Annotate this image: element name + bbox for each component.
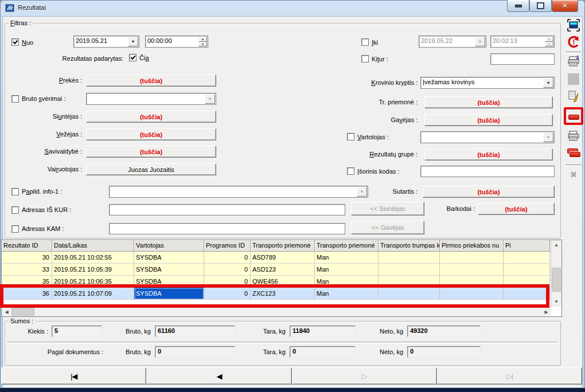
table-cell[interactable]: 0 bbox=[204, 264, 251, 276]
table-cell[interactable] bbox=[504, 264, 550, 276]
nuo-date-combo[interactable]: 2019.05.21▼ bbox=[73, 36, 139, 48]
table-cell[interactable] bbox=[379, 288, 440, 300]
copy-gavejas-button[interactable]: << Gavėjas bbox=[351, 221, 424, 234]
table-cell[interactable]: Man bbox=[315, 276, 379, 288]
column-header[interactable]: Transporto priemonė bbox=[315, 240, 379, 252]
table-cell[interactable]: 33 bbox=[2, 264, 52, 276]
nav-first-button[interactable]: |◀ bbox=[1, 367, 146, 385]
adresas-is-kur-checkbox[interactable] bbox=[11, 206, 19, 214]
table-cell[interactable]: 0 bbox=[204, 252, 251, 264]
sutartis-button[interactable]: (tuščia) bbox=[423, 186, 555, 198]
table-cell[interactable] bbox=[379, 276, 440, 288]
kitur-checkbox[interactable] bbox=[361, 55, 369, 62]
table-cell[interactable] bbox=[379, 252, 440, 264]
vairuotojas-button[interactable]: Juozas Juozaitis bbox=[86, 163, 216, 175]
edit-results-button[interactable] bbox=[566, 89, 581, 104]
table-cell[interactable]: SYSDBA bbox=[134, 276, 204, 288]
table-horizontal-scrollbar[interactable]: ◀ ▶ bbox=[2, 307, 551, 316]
bruto-sverimai-combo[interactable]: ▼ bbox=[86, 93, 216, 105]
siuntejas-button[interactable]: (tuščia) bbox=[86, 111, 216, 123]
remove-result-button[interactable] bbox=[566, 109, 581, 124]
hscroll-thumb[interactable] bbox=[11, 308, 34, 316]
table-cell[interactable]: 35 bbox=[2, 276, 52, 288]
close-button[interactable]: ✕ bbox=[552, 0, 578, 12]
nuo-checkbox[interactable] bbox=[11, 38, 19, 46]
table-cell[interactable]: 2019.05.21 10:07:09 bbox=[52, 288, 134, 300]
dropdown-arrow-icon[interactable]: ▼ bbox=[543, 78, 553, 88]
iki-checkbox[interactable] bbox=[361, 38, 369, 46]
nav-last-button[interactable]: ▷| bbox=[437, 367, 582, 385]
barkodai-button[interactable]: (tuščia) bbox=[478, 203, 555, 215]
table-cell[interactable] bbox=[379, 264, 440, 276]
table-row[interactable]: 332019.05.21 10:05:39SYSDBA0ASD123Man bbox=[2, 264, 550, 276]
blank-button[interactable] bbox=[566, 72, 581, 87]
table-row[interactable]: 302019.05.21 10:02:55SYSDBA0ASD789Man bbox=[2, 252, 550, 264]
vartotojas-checkbox[interactable] bbox=[347, 133, 354, 140]
table-row[interactable]: 352019.05.21 10:06:35SYSDBA0QWE456Man bbox=[2, 276, 550, 288]
column-header[interactable]: Transporto trumpas k bbox=[379, 240, 440, 252]
isorinis-kodas-checkbox[interactable] bbox=[347, 167, 354, 175]
adresas-kam-input[interactable] bbox=[109, 223, 345, 234]
rezultatu-grupe-button[interactable]: (tuščia) bbox=[424, 148, 553, 160]
column-header[interactable]: Pi bbox=[504, 240, 550, 252]
table-cell[interactable]: ASD789 bbox=[251, 252, 315, 264]
table-cell[interactable]: 2019.05.21 10:05:39 bbox=[52, 264, 134, 276]
nav-prior-button[interactable]: ◀ bbox=[146, 367, 291, 385]
column-header[interactable]: Programos ID bbox=[204, 240, 251, 252]
table-vertical-scrollbar[interactable]: ▲ ▼ bbox=[551, 240, 561, 307]
table-cell[interactable]: QWE456 bbox=[251, 276, 315, 288]
column-header[interactable]: Data/Laikas bbox=[52, 240, 134, 252]
table-cell[interactable]: 0 bbox=[204, 288, 251, 300]
refresh-button[interactable]: ! bbox=[566, 34, 581, 49]
prekes-button[interactable]: (tuščia) bbox=[86, 75, 216, 87]
table-cell[interactable]: Man bbox=[315, 288, 379, 300]
gavejas-button[interactable]: (tuščia) bbox=[424, 114, 553, 126]
table-cell[interactable]: ZXC123 bbox=[251, 288, 315, 300]
nuo-time-spinner[interactable]: 00:00:00▲▼ bbox=[145, 36, 208, 48]
table-cell[interactable]: 36 bbox=[2, 288, 52, 300]
column-header[interactable]: Vartotojas bbox=[134, 240, 204, 252]
table-cell[interactable]: 2019.05.21 10:06:35 bbox=[52, 276, 134, 288]
table-cell[interactable] bbox=[440, 252, 504, 264]
column-header[interactable]: Rezultato ID bbox=[2, 240, 52, 252]
remove-multiple-button[interactable] bbox=[566, 146, 581, 160]
print-button[interactable] bbox=[566, 128, 581, 143]
table-cell[interactable]: 2019.05.21 10:02:55 bbox=[52, 252, 134, 264]
krovinio-kryptis-combo[interactable]: Įvežamas krovinys▼ bbox=[420, 77, 555, 89]
vscroll-thumb[interactable] bbox=[552, 268, 561, 292]
table-cell[interactable]: Man bbox=[315, 264, 379, 276]
table-cell[interactable] bbox=[440, 276, 504, 288]
table-cell[interactable] bbox=[504, 288, 550, 300]
nav-next-button[interactable]: ▷ bbox=[292, 367, 437, 385]
table-cell[interactable] bbox=[440, 264, 504, 276]
fit-window-button[interactable] bbox=[566, 18, 581, 33]
table-cell[interactable] bbox=[440, 288, 504, 300]
papild-info-checkbox[interactable] bbox=[11, 188, 19, 195]
column-header[interactable]: Transporto priemonė bbox=[251, 240, 315, 252]
scroll-right-icon[interactable]: ▶ bbox=[542, 308, 551, 316]
bruto-sverimai-checkbox[interactable] bbox=[11, 95, 19, 103]
copy-siuntejas-button[interactable]: << Siuntėjas bbox=[351, 202, 424, 215]
column-header[interactable]: Pirmos priekabos nu bbox=[440, 240, 504, 252]
kitur-input[interactable] bbox=[490, 53, 555, 65]
scroll-left-icon[interactable]: ◀ bbox=[2, 308, 11, 316]
adresas-is-kur-input[interactable] bbox=[109, 204, 345, 215]
iki-date-combo[interactable]: 2019.05.22▼ bbox=[419, 36, 486, 48]
table-cell[interactable]: ASD123 bbox=[251, 264, 315, 276]
scroll-up-icon[interactable]: ▲ bbox=[552, 241, 561, 249]
vartotojas-combo[interactable]: ▼ bbox=[420, 131, 555, 143]
adresas-kam-checkbox[interactable] bbox=[11, 225, 19, 233]
table-row[interactable]: 362019.05.21 10:07:09SYSDBA0ZXC123Man bbox=[2, 288, 550, 300]
vezejas-button[interactable]: (tuščia) bbox=[86, 128, 216, 140]
table-cell[interactable]: SYSDBA bbox=[134, 264, 204, 276]
table-cell[interactable] bbox=[504, 276, 550, 288]
table-cell[interactable]: SYSDBA bbox=[134, 288, 204, 300]
spinner-arrows-icon[interactable]: ▲▼ bbox=[198, 37, 207, 46]
dropdown-arrow-icon[interactable]: ▼ bbox=[128, 37, 138, 46]
table-cell[interactable]: 0 bbox=[204, 276, 251, 288]
iki-time-spinner[interactable]: 20:02:13▲▼ bbox=[490, 36, 555, 48]
scroll-down-icon[interactable]: ▼ bbox=[552, 297, 561, 306]
table-cell[interactable]: 30 bbox=[2, 252, 52, 264]
delete-button-disabled[interactable]: ✖ bbox=[566, 167, 581, 182]
tr-priemone-button[interactable]: (tuščia) bbox=[424, 96, 553, 108]
